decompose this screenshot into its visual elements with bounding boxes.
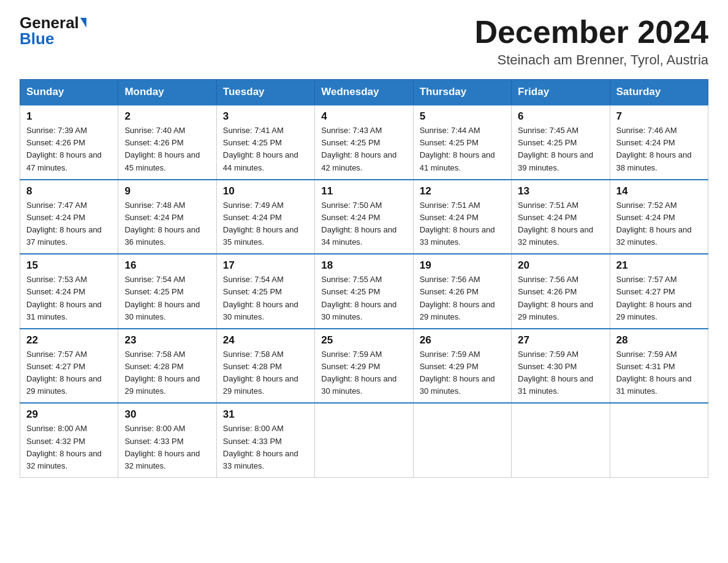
day-number: 3: [223, 110, 308, 123]
calendar-cell: 18 Sunrise: 7:55 AMSunset: 4:25 PMDaylig…: [315, 254, 413, 329]
day-info: Sunrise: 7:43 AMSunset: 4:25 PMDaylight:…: [321, 126, 396, 172]
header: General Blue December 2024 Steinach am B…: [20, 15, 708, 68]
calendar-cell: 9 Sunrise: 7:48 AMSunset: 4:24 PMDayligh…: [118, 180, 216, 255]
day-info: Sunrise: 7:55 AMSunset: 4:25 PMDaylight:…: [321, 275, 396, 321]
logo-blue-text: Blue: [20, 31, 54, 47]
calendar-cell: 5 Sunrise: 7:44 AMSunset: 4:25 PMDayligh…: [413, 105, 511, 180]
week-row-5: 29 Sunrise: 8:00 AMSunset: 4:32 PMDaylig…: [20, 403, 708, 477]
day-number: 7: [616, 110, 702, 123]
calendar-cell: 26 Sunrise: 7:59 AMSunset: 4:29 PMDaylig…: [413, 329, 511, 404]
day-number: 28: [616, 334, 702, 347]
calendar-cell: 15 Sunrise: 7:53 AMSunset: 4:24 PMDaylig…: [20, 254, 118, 329]
calendar-cell: 21 Sunrise: 7:57 AMSunset: 4:27 PMDaylig…: [610, 254, 708, 329]
weekday-header-row: SundayMondayTuesdayWednesdayThursdayFrid…: [20, 80, 708, 105]
calendar-cell: 30 Sunrise: 8:00 AMSunset: 4:33 PMDaylig…: [118, 403, 216, 477]
calendar-cell: 25 Sunrise: 7:59 AMSunset: 4:29 PMDaylig…: [315, 329, 413, 404]
day-info: Sunrise: 7:41 AMSunset: 4:25 PMDaylight:…: [223, 126, 298, 172]
day-number: 21: [616, 259, 702, 272]
day-number: 1: [26, 110, 112, 123]
month-title: December 2024: [474, 15, 708, 50]
day-info: Sunrise: 8:00 AMSunset: 4:32 PMDaylight:…: [26, 424, 102, 470]
day-info: Sunrise: 7:46 AMSunset: 4:24 PMDaylight:…: [616, 126, 692, 172]
calendar-cell: 16 Sunrise: 7:54 AMSunset: 4:25 PMDaylig…: [118, 254, 216, 329]
calendar-cell: 29 Sunrise: 8:00 AMSunset: 4:32 PMDaylig…: [20, 403, 118, 477]
calendar-table: SundayMondayTuesdayWednesdayThursdayFrid…: [20, 79, 708, 478]
calendar-cell: 14 Sunrise: 7:52 AMSunset: 4:24 PMDaylig…: [610, 180, 708, 255]
day-number: 24: [223, 334, 308, 347]
calendar-cell: [610, 403, 708, 477]
day-info: Sunrise: 7:58 AMSunset: 4:28 PMDaylight:…: [124, 350, 200, 396]
day-info: Sunrise: 7:45 AMSunset: 4:25 PMDaylight:…: [518, 126, 593, 172]
calendar-cell: 4 Sunrise: 7:43 AMSunset: 4:25 PMDayligh…: [315, 105, 413, 180]
calendar-cell: 8 Sunrise: 7:47 AMSunset: 4:24 PMDayligh…: [20, 180, 118, 255]
day-info: Sunrise: 7:59 AMSunset: 4:29 PMDaylight:…: [420, 350, 495, 396]
title-area: December 2024 Steinach am Brenner, Tyrol…: [474, 15, 708, 68]
day-info: Sunrise: 7:54 AMSunset: 4:25 PMDaylight:…: [124, 275, 200, 321]
calendar-cell: 12 Sunrise: 7:51 AMSunset: 4:24 PMDaylig…: [413, 180, 511, 255]
day-number: 20: [518, 259, 603, 272]
location-title: Steinach am Brenner, Tyrol, Austria: [474, 52, 708, 68]
day-info: Sunrise: 7:51 AMSunset: 4:24 PMDaylight:…: [420, 201, 495, 247]
calendar-cell: 20 Sunrise: 7:56 AMSunset: 4:26 PMDaylig…: [512, 254, 610, 329]
week-row-2: 8 Sunrise: 7:47 AMSunset: 4:24 PMDayligh…: [20, 180, 708, 255]
day-number: 31: [223, 408, 308, 421]
day-info: Sunrise: 7:49 AMSunset: 4:24 PMDaylight:…: [223, 201, 298, 247]
day-info: Sunrise: 7:56 AMSunset: 4:26 PMDaylight:…: [518, 275, 593, 321]
day-number: 29: [26, 408, 112, 421]
logo-triangle-icon: [80, 18, 86, 28]
calendar-cell: 11 Sunrise: 7:50 AMSunset: 4:24 PMDaylig…: [315, 180, 413, 255]
day-number: 6: [518, 110, 603, 123]
day-info: Sunrise: 7:39 AMSunset: 4:26 PMDaylight:…: [26, 126, 102, 172]
day-info: Sunrise: 7:56 AMSunset: 4:26 PMDaylight:…: [420, 275, 495, 321]
weekday-header-monday: Monday: [118, 80, 216, 105]
day-number: 5: [420, 110, 505, 123]
day-number: 18: [321, 259, 406, 272]
week-row-3: 15 Sunrise: 7:53 AMSunset: 4:24 PMDaylig…: [20, 254, 708, 329]
week-row-1: 1 Sunrise: 7:39 AMSunset: 4:26 PMDayligh…: [20, 105, 708, 180]
day-number: 26: [420, 334, 505, 347]
day-number: 19: [420, 259, 505, 272]
day-info: Sunrise: 7:48 AMSunset: 4:24 PMDaylight:…: [124, 201, 200, 247]
calendar-cell: 22 Sunrise: 7:57 AMSunset: 4:27 PMDaylig…: [20, 329, 118, 404]
calendar-cell: 6 Sunrise: 7:45 AMSunset: 4:25 PMDayligh…: [512, 105, 610, 180]
day-info: Sunrise: 7:54 AMSunset: 4:25 PMDaylight:…: [223, 275, 298, 321]
day-number: 8: [26, 185, 112, 197]
day-number: 17: [223, 259, 308, 272]
day-number: 27: [518, 334, 603, 347]
day-number: 4: [321, 110, 406, 123]
day-number: 23: [124, 334, 210, 347]
weekday-header-sunday: Sunday: [20, 80, 118, 105]
day-info: Sunrise: 7:58 AMSunset: 4:28 PMDaylight:…: [223, 350, 298, 396]
day-info: Sunrise: 8:00 AMSunset: 4:33 PMDaylight:…: [223, 424, 298, 470]
day-number: 12: [420, 185, 505, 197]
weekday-header-wednesday: Wednesday: [315, 80, 413, 105]
day-info: Sunrise: 8:00 AMSunset: 4:33 PMDaylight:…: [124, 424, 200, 470]
week-row-4: 22 Sunrise: 7:57 AMSunset: 4:27 PMDaylig…: [20, 329, 708, 404]
day-info: Sunrise: 7:59 AMSunset: 4:31 PMDaylight:…: [616, 350, 692, 396]
calendar-cell: 3 Sunrise: 7:41 AMSunset: 4:25 PMDayligh…: [216, 105, 314, 180]
day-number: 11: [321, 185, 406, 197]
day-info: Sunrise: 7:53 AMSunset: 4:24 PMDaylight:…: [26, 275, 102, 321]
calendar-cell: [512, 403, 610, 477]
day-number: 15: [26, 259, 112, 272]
day-number: 10: [223, 185, 308, 197]
calendar-cell: 2 Sunrise: 7:40 AMSunset: 4:26 PMDayligh…: [118, 105, 216, 180]
day-number: 2: [124, 110, 210, 123]
calendar-cell: 24 Sunrise: 7:58 AMSunset: 4:28 PMDaylig…: [216, 329, 314, 404]
weekday-header-friday: Friday: [512, 80, 610, 105]
day-number: 13: [518, 185, 603, 197]
day-info: Sunrise: 7:47 AMSunset: 4:24 PMDaylight:…: [26, 201, 102, 247]
day-number: 9: [124, 185, 210, 197]
day-number: 25: [321, 334, 406, 347]
weekday-header-saturday: Saturday: [610, 80, 708, 105]
weekday-header-thursday: Thursday: [413, 80, 511, 105]
logo-general-text: General: [20, 15, 79, 31]
day-info: Sunrise: 7:59 AMSunset: 4:29 PMDaylight:…: [321, 350, 396, 396]
calendar-cell: 31 Sunrise: 8:00 AMSunset: 4:33 PMDaylig…: [216, 403, 314, 477]
calendar-cell: 13 Sunrise: 7:51 AMSunset: 4:24 PMDaylig…: [512, 180, 610, 255]
calendar-cell: 27 Sunrise: 7:59 AMSunset: 4:30 PMDaylig…: [512, 329, 610, 404]
calendar-cell: 10 Sunrise: 7:49 AMSunset: 4:24 PMDaylig…: [216, 180, 314, 255]
day-info: Sunrise: 7:50 AMSunset: 4:24 PMDaylight:…: [321, 201, 396, 247]
calendar-cell: 23 Sunrise: 7:58 AMSunset: 4:28 PMDaylig…: [118, 329, 216, 404]
calendar-cell: 7 Sunrise: 7:46 AMSunset: 4:24 PMDayligh…: [610, 105, 708, 180]
